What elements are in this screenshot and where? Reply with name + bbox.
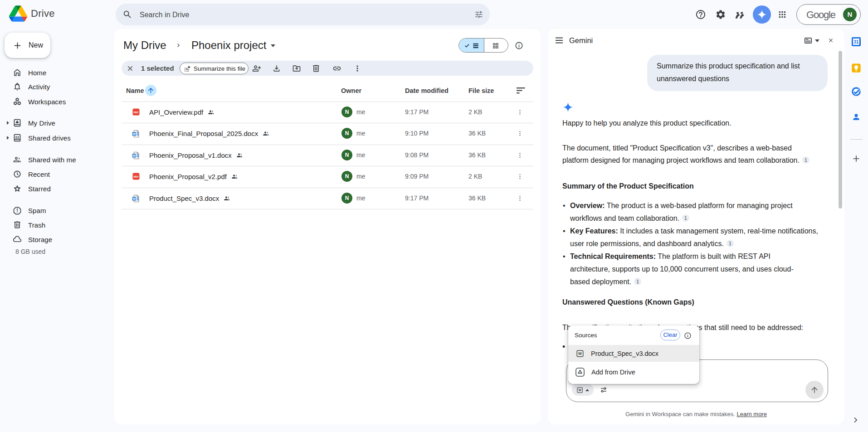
svg-text:W: W <box>133 154 136 157</box>
svg-text:W: W <box>133 132 136 136</box>
svg-text:W: W <box>133 197 136 200</box>
svg-text:PDF: PDF <box>133 111 139 114</box>
svg-text:31: 31 <box>853 39 859 44</box>
svg-text:PDF: PDF <box>133 175 139 178</box>
svg-text:W: W <box>578 352 582 356</box>
svg-text:W: W <box>578 388 581 392</box>
